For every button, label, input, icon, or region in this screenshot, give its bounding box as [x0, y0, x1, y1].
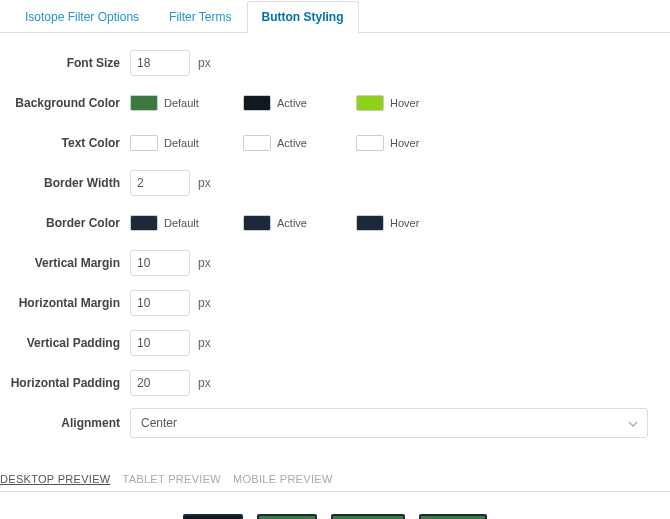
- label-horizontal-margin: Horizontal Margin: [10, 296, 130, 310]
- label-text-color: Text Color: [10, 136, 130, 150]
- textcolor-hover-group: Hover: [356, 135, 461, 151]
- textcolor-active-group: Active: [243, 135, 348, 151]
- bordercolor-default-group: Default: [130, 215, 235, 231]
- label-font-size: Font Size: [10, 56, 130, 70]
- label-vertical-padding: Vertical Padding: [10, 336, 130, 350]
- unit-px: px: [198, 256, 211, 270]
- label-active: Active: [277, 97, 307, 109]
- label-default: Default: [164, 137, 199, 149]
- bgcolor-default-group: Default: [130, 95, 235, 111]
- filter-button-all[interactable]: All: [183, 514, 243, 519]
- tabs-bar: Isotope Filter Options Filter Terms Butt…: [0, 0, 670, 33]
- label-background-color: Background Color: [10, 96, 130, 110]
- bgcolor-active-group: Active: [243, 95, 348, 111]
- label-hover: Hover: [390, 137, 419, 149]
- preview-area: All Fun Travel Work: [0, 492, 670, 519]
- filter-button-work[interactable]: Work: [419, 514, 487, 519]
- filter-button-fun[interactable]: Fun: [257, 514, 317, 519]
- unit-px: px: [198, 176, 211, 190]
- label-default: Default: [164, 97, 199, 109]
- label-vertical-margin: Vertical Margin: [10, 256, 130, 270]
- tab-isotope-options[interactable]: Isotope Filter Options: [10, 1, 154, 33]
- select-wrap-alignment: Center: [130, 408, 648, 438]
- label-alignment: Alignment: [10, 416, 130, 430]
- bordercolor-hover-group: Hover: [356, 215, 461, 231]
- input-vertical-margin[interactable]: [130, 250, 190, 276]
- swatch-bg-hover[interactable]: [356, 95, 384, 111]
- label-active: Active: [277, 137, 307, 149]
- row-text-color: Text Color Default Active Hover: [10, 123, 660, 163]
- unit-px: px: [198, 56, 211, 70]
- unit-px: px: [198, 296, 211, 310]
- label-horizontal-padding: Horizontal Padding: [10, 376, 130, 390]
- label-active: Active: [277, 217, 307, 229]
- label-hover: Hover: [390, 97, 419, 109]
- row-alignment: Alignment Center: [10, 403, 660, 443]
- swatch-bg-default[interactable]: [130, 95, 158, 111]
- input-horizontal-padding[interactable]: [130, 370, 190, 396]
- swatch-text-active[interactable]: [243, 135, 271, 151]
- row-vertical-padding: Vertical Padding px: [10, 323, 660, 363]
- row-horizontal-margin: Horizontal Margin px: [10, 283, 660, 323]
- bgcolor-hover-group: Hover: [356, 95, 461, 111]
- row-border-width: Border Width px: [10, 163, 660, 203]
- row-background-color: Background Color Default Active Hover: [10, 83, 660, 123]
- row-vertical-margin: Vertical Margin px: [10, 243, 660, 283]
- row-border-color: Border Color Default Active Hover: [10, 203, 660, 243]
- tab-button-styling[interactable]: Button Styling: [247, 1, 359, 33]
- label-border-width: Border Width: [10, 176, 130, 190]
- textcolor-default-group: Default: [130, 135, 235, 151]
- form-panel: Font Size px Background Color Default Ac…: [0, 33, 670, 443]
- swatch-text-hover[interactable]: [356, 135, 384, 151]
- input-border-width[interactable]: [130, 170, 190, 196]
- unit-px: px: [198, 376, 211, 390]
- tab-filter-terms[interactable]: Filter Terms: [154, 1, 246, 33]
- row-font-size: Font Size px: [10, 43, 660, 83]
- unit-px: px: [198, 336, 211, 350]
- input-vertical-padding[interactable]: [130, 330, 190, 356]
- swatch-border-default[interactable]: [130, 215, 158, 231]
- label-border-color: Border Color: [10, 216, 130, 230]
- swatch-bg-active[interactable]: [243, 95, 271, 111]
- preview-tab-tablet[interactable]: TABLET PREVIEW: [122, 473, 221, 485]
- filter-button-travel[interactable]: Travel: [331, 514, 405, 519]
- label-hover: Hover: [390, 217, 419, 229]
- label-default: Default: [164, 217, 199, 229]
- input-font-size[interactable]: [130, 50, 190, 76]
- swatch-border-hover[interactable]: [356, 215, 384, 231]
- swatch-border-active[interactable]: [243, 215, 271, 231]
- preview-tab-desktop[interactable]: DESKTOP PREVIEW: [0, 473, 110, 485]
- preview-tab-mobile[interactable]: MOBILE PREVIEW: [233, 473, 333, 485]
- bordercolor-active-group: Active: [243, 215, 348, 231]
- row-horizontal-padding: Horizontal Padding px: [10, 363, 660, 403]
- swatch-text-default[interactable]: [130, 135, 158, 151]
- select-alignment[interactable]: Center: [130, 408, 648, 438]
- input-horizontal-margin[interactable]: [130, 290, 190, 316]
- preview-tabs: DESKTOP PREVIEW TABLET PREVIEW MOBILE PR…: [0, 443, 670, 492]
